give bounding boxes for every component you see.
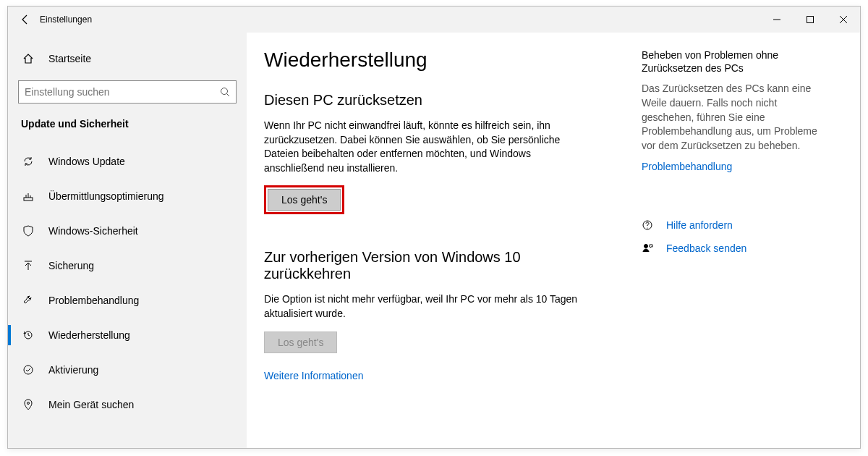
sidebar-item-label: Aktivierung <box>48 364 98 376</box>
sidebar-item-label: Übermittlungsoptimierung <box>48 190 164 202</box>
svg-point-9 <box>24 366 33 374</box>
sidebar: Startseite Update und Sicherheit Windows… <box>8 33 247 448</box>
home-nav[interactable]: Startseite <box>8 43 247 75</box>
troubleshoot-body: Das Zurücksetzen des PCs kann eine Weile… <box>642 82 818 153</box>
sidebar-item-recovery[interactable]: Wiederherstellung <box>8 318 247 352</box>
feedback-icon <box>642 242 656 254</box>
reset-body: Wenn Ihr PC nicht einwandfrei läuft, kön… <box>264 119 582 175</box>
sync-icon <box>21 156 35 167</box>
svg-point-12 <box>647 228 647 229</box>
category-title: Update und Sicherheit <box>8 115 247 144</box>
home-icon <box>21 53 35 64</box>
sidebar-item-windows-update[interactable]: Windows Update <box>8 144 247 179</box>
search-box[interactable] <box>18 80 237 104</box>
sidebar-item-troubleshoot[interactable]: Problembehandlung <box>8 283 247 318</box>
help-link[interactable]: Hilfe anfordern <box>666 219 733 231</box>
svg-line-5 <box>227 94 230 97</box>
recovery-icon <box>21 329 35 341</box>
settings-window: Einstellungen Startseite Update und Sich… <box>7 6 861 449</box>
troubleshoot-link[interactable]: Problembehandlung <box>642 161 732 172</box>
home-label: Startseite <box>48 53 91 64</box>
revert-body: Die Option ist nicht mehr verfügbar, wei… <box>264 292 582 321</box>
right-panel: Beheben von Problemen ohne Zurücksetzen … <box>630 48 833 448</box>
sidebar-item-label: Problembehandlung <box>48 295 139 306</box>
back-button[interactable] <box>12 7 38 33</box>
backup-icon <box>21 260 35 271</box>
revert-start-button: Los geht's <box>264 332 337 353</box>
sidebar-item-label: Mein Gerät suchen <box>48 399 134 410</box>
location-icon <box>21 399 35 410</box>
sidebar-item-activation[interactable]: Aktivierung <box>8 352 247 387</box>
activation-icon <box>21 364 35 376</box>
sidebar-item-label: Sicherung <box>48 260 94 271</box>
sidebar-item-label: Windows-Sicherheit <box>48 225 138 237</box>
app-title: Einstellungen <box>40 14 92 25</box>
minimize-button[interactable] <box>760 7 793 33</box>
reset-heading: Diesen PC zurücksetzen <box>264 92 630 109</box>
search-input[interactable] <box>25 86 220 98</box>
maximize-button[interactable] <box>793 7 827 33</box>
svg-rect-1 <box>807 17 814 23</box>
svg-point-13 <box>644 245 648 248</box>
svg-rect-6 <box>24 198 33 200</box>
sidebar-item-label: Wiederherstellung <box>48 329 130 341</box>
titlebar: Einstellungen <box>8 7 860 33</box>
search-icon <box>220 87 230 97</box>
page-title: Wiederherstellung <box>264 48 630 72</box>
reset-start-button[interactable]: Los geht's <box>268 189 341 211</box>
sidebar-item-find-device[interactable]: Mein Gerät suchen <box>8 387 247 422</box>
sidebar-item-windows-security[interactable]: Windows-Sicherheit <box>8 214 247 248</box>
revert-heading: Zur vorherigen Version von Windows 10 zu… <box>264 249 553 282</box>
wrench-icon <box>21 295 35 306</box>
troubleshoot-heading: Beheben von Problemen ohne Zurücksetzen … <box>642 48 818 75</box>
sidebar-item-backup[interactable]: Sicherung <box>8 248 247 283</box>
main-content: Wiederherstellung Diesen PC zurücksetzen… <box>247 33 860 448</box>
close-button[interactable] <box>827 7 860 33</box>
optimization-icon <box>21 190 35 202</box>
sidebar-item-delivery-optimization[interactable]: Übermittlungsoptimierung <box>8 179 247 214</box>
more-info-link[interactable]: Weitere Informationen <box>264 370 363 381</box>
highlight-annotation: Los geht's <box>264 185 344 214</box>
feedback-link[interactable]: Feedback senden <box>666 242 746 254</box>
svg-point-4 <box>221 88 228 95</box>
help-icon <box>642 219 656 231</box>
svg-point-10 <box>27 402 30 405</box>
sidebar-item-label: Windows Update <box>48 156 125 167</box>
shield-icon <box>21 225 35 237</box>
